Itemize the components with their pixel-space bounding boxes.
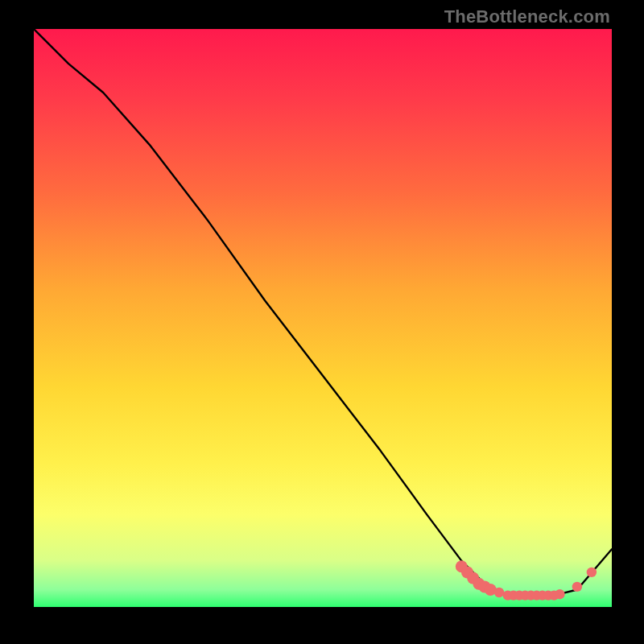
marker-dot bbox=[555, 589, 564, 599]
bottleneck-curve-svg bbox=[34, 29, 612, 607]
chart-frame: TheBottleneck.com bbox=[0, 0, 644, 644]
marker-group bbox=[456, 560, 597, 601]
marker-dot bbox=[572, 582, 582, 592]
marker-dot bbox=[587, 568, 597, 577]
watermark-label: TheBottleneck.com bbox=[444, 6, 610, 27]
plot-area bbox=[34, 29, 612, 607]
bottleneck-curve-path bbox=[34, 29, 612, 596]
marker-dot bbox=[494, 588, 504, 597]
